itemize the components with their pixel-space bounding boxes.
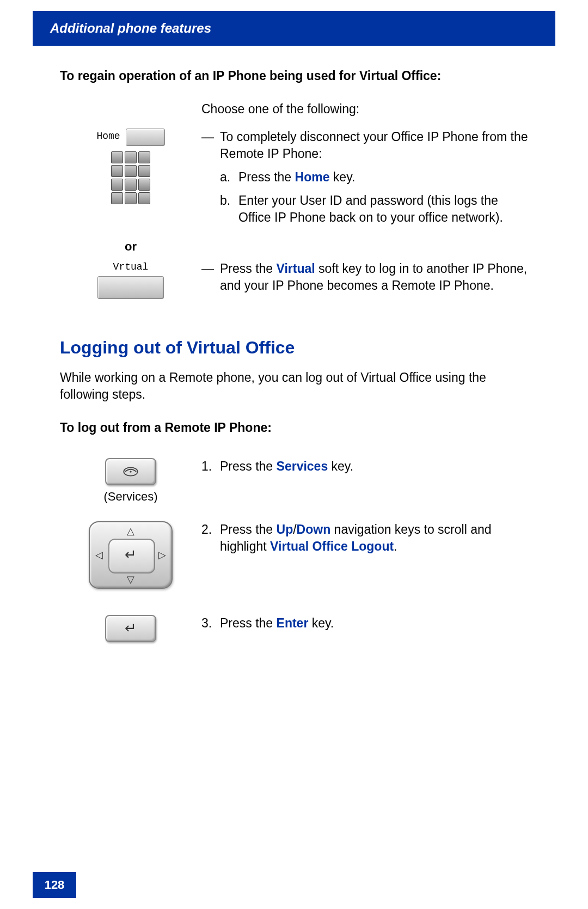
navpad-illustration: △ ▽ ◁ ▷ ↵	[60, 521, 201, 593]
enter-key-ref: Enter	[277, 616, 309, 630]
keypad-icon	[111, 151, 150, 204]
nav-enter-icon: ↵	[125, 545, 137, 564]
step2-post: .	[394, 539, 397, 553]
step-a: a. Press the Home key.	[220, 169, 528, 186]
services-key-icon	[105, 458, 156, 485]
home-key-ref: Home	[295, 170, 330, 184]
nav-down-icon: ▽	[127, 573, 134, 586]
virtual-softkey-label: Vrtual	[60, 260, 201, 273]
page-number: 128	[33, 872, 76, 898]
services-key-illustration: (Services)	[60, 458, 201, 505]
header-title: Additional phone features	[50, 21, 211, 35]
step-b: b. Enter your User ID and password (this…	[220, 192, 528, 226]
services-key-ref: Services	[277, 459, 328, 473]
step-2: 2. Press the Up/Down navigation keys to …	[201, 521, 528, 555]
nav-left-icon: ◁	[95, 548, 103, 562]
bullet1-text: To completely disconnect your Office IP …	[220, 129, 528, 162]
or-label: or	[125, 240, 137, 253]
bullet2-pre: Press the	[220, 261, 277, 276]
step-1: 1. Press the Services key.	[201, 458, 528, 475]
footer: 128	[33, 872, 555, 898]
enter-key-icon: ↵	[105, 615, 156, 642]
bullet-1: — To completely disconnect your Office I…	[201, 129, 528, 162]
home-key-illustration: Home	[60, 129, 201, 233]
navpad-icon: △ ▽ ◁ ▷ ↵	[89, 521, 173, 589]
header-bar: Additional phone features	[33, 11, 555, 46]
services-key-label: (Services)	[60, 489, 201, 505]
bullet-2: — Press the Virtual soft key to log in t…	[201, 260, 528, 294]
home-softkey-label: Home	[96, 130, 120, 143]
section1-heading: To regain operation of an IP Phone being…	[60, 68, 528, 84]
virtual-key-illustration: Vrtual	[60, 260, 201, 303]
virtual-office-logout-ref: Virtual Office Logout	[270, 539, 394, 553]
step-3: 3. Press the Enter key.	[201, 615, 528, 632]
step-a-pre: Press the	[238, 170, 295, 184]
section2-heading: Logging out of Virtual Office	[60, 336, 528, 359]
svg-point-1	[130, 471, 131, 472]
home-softkey-button-icon	[126, 129, 165, 146]
virtual-key-ref: Virtual	[277, 261, 315, 276]
section2-subheading: To log out from a Remote IP Phone:	[60, 419, 528, 436]
virtual-softkey-button-icon	[97, 276, 164, 299]
step3-post: key.	[308, 616, 334, 630]
step-b-text: Enter your User ID and password (this lo…	[238, 192, 528, 226]
step-a-post: key.	[329, 170, 355, 184]
enter-key-illustration: ↵	[60, 615, 201, 642]
step2-pre: Press the	[220, 522, 277, 536]
step3-pre: Press the	[220, 616, 277, 630]
step1-pre: Press the	[220, 459, 277, 473]
nav-right-icon: ▷	[158, 548, 166, 562]
section2-intro: While working on a Remote phone, you can…	[60, 369, 528, 403]
up-key-ref: Up	[277, 522, 293, 536]
nav-up-icon: △	[127, 524, 134, 538]
section1-intro: Choose one of the following:	[201, 101, 528, 118]
page-content: To regain operation of an IP Phone being…	[60, 68, 528, 642]
down-key-ref: Down	[297, 522, 331, 536]
step1-post: key.	[328, 459, 353, 473]
